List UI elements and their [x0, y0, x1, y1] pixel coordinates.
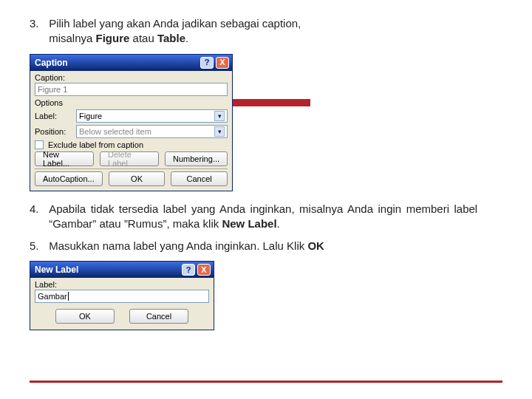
caption-titlebar: Caption ? X	[30, 55, 232, 71]
cursor-icon	[68, 292, 69, 301]
chevron-down-icon: ▾	[214, 126, 225, 137]
position-combo[interactable]: Below selected item ▾	[76, 125, 228, 138]
help-icon[interactable]: ?	[200, 57, 214, 69]
new-label-field-label: Label:	[35, 280, 209, 289]
ok-button[interactable]: OK	[109, 171, 166, 186]
step-number: 3.	[30, 16, 46, 31]
new-label-button[interactable]: New Label...	[35, 151, 94, 166]
options-label: Options	[35, 98, 228, 107]
cancel-button[interactable]: Cancel	[129, 309, 188, 324]
chevron-down-icon: ▾	[214, 111, 225, 121]
instruction-3: 3. Pilih label yang akan Anda jadikan se…	[30, 16, 502, 47]
exclude-checkbox[interactable]	[35, 140, 44, 149]
help-icon[interactable]: ?	[182, 264, 195, 276]
instruction-4: 4. Apabila tidak tersedia label yang And…	[30, 202, 502, 232]
cancel-button[interactable]: Cancel	[171, 171, 228, 186]
numbering-button[interactable]: Numbering...	[165, 151, 228, 166]
ok-button[interactable]: OK	[55, 309, 115, 324]
new-label-title: New Label	[33, 265, 180, 275]
step-number: 4.	[30, 202, 46, 216]
caption-dialog: Caption ? X Caption: Figure 1 Options La…	[30, 54, 233, 191]
label-field-label: Label:	[35, 112, 72, 120]
step-body: Apabila tidak tersedia label yang Anda i…	[49, 202, 477, 232]
caption-input[interactable]: Figure 1	[35, 83, 228, 96]
step-body: Pilih label yang akan Anda jadikan sebag…	[49, 16, 477, 47]
caption-title: Caption	[33, 58, 198, 68]
exclude-label: Exclude label from caption	[48, 140, 143, 149]
step-body: Masukkan nama label yang Anda inginkan. …	[49, 239, 477, 253]
new-label-titlebar: New Label ? X	[30, 262, 214, 278]
caption-field-label: Caption:	[35, 73, 228, 82]
new-label-dialog: New Label ? X Label: Gambar OK Cancel	[30, 261, 214, 330]
close-icon[interactable]: X	[197, 264, 211, 276]
instruction-5: 5. Masukkan nama label yang Anda inginka…	[30, 239, 502, 253]
delete-label-button[interactable]: Delete Label	[100, 151, 159, 166]
step-number: 5.	[30, 239, 46, 253]
separator	[35, 168, 228, 169]
label-combo[interactable]: Figure ▾	[76, 109, 228, 123]
close-icon[interactable]: X	[216, 57, 229, 69]
autocaption-button[interactable]: AutoCaption...	[35, 171, 103, 186]
new-label-input[interactable]: Gambar	[35, 290, 209, 303]
position-field-label: Position:	[35, 127, 72, 136]
decorative-bottom-rule	[30, 381, 502, 383]
